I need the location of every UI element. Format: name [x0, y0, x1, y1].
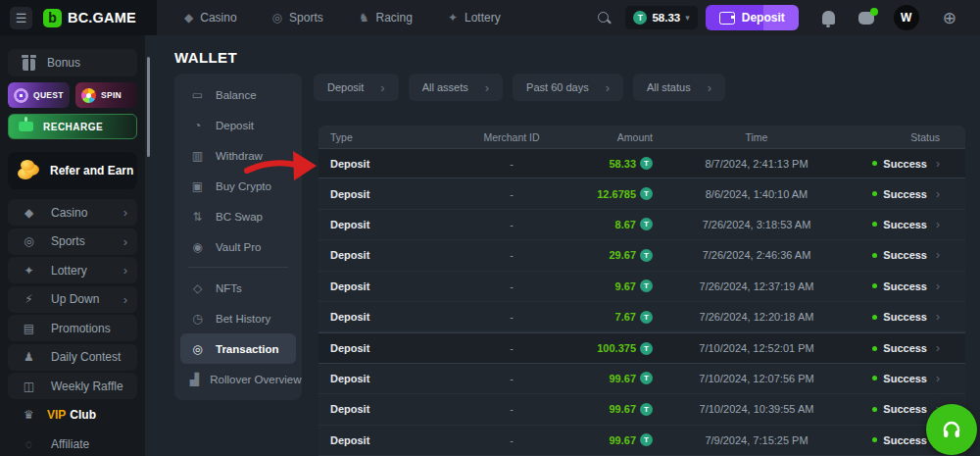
chevron-right-icon: ›: [123, 263, 127, 278]
chevron-right-icon: ›: [936, 187, 940, 201]
table-row[interactable]: Deposit - 58.33 T 8/7/2024, 2:41:13 PM S…: [318, 148, 965, 178]
scrollbar-thumb[interactable]: [147, 57, 150, 157]
chevron-right-icon: ›: [123, 234, 127, 249]
filters-bar: Deposit › All assets › Past 60 days › Al…: [314, 74, 725, 101]
bcgame-logo[interactable]: b BC.GAME: [43, 9, 136, 27]
wallet-nav-bc-swap[interactable]: ⇅ BC Swap: [180, 201, 296, 231]
treasure-chest-icon: [19, 122, 33, 131]
success-dot-icon: [872, 437, 877, 442]
table-row[interactable]: Deposit - 99.67 T 7/9/2024, 7:15:25 PM S…: [318, 426, 965, 456]
table-row[interactable]: Deposit - 12.6785 T 8/6/2024, 1:40:10 AM…: [318, 178, 965, 209]
user-avatar[interactable]: W: [894, 5, 919, 30]
sidebar-item-casino[interactable]: ◆ Casino ›: [8, 199, 137, 226]
sidebar-item-weekly-raffle[interactable]: ◫ Weekly Raffle: [8, 373, 137, 399]
quest-button[interactable]: QUEST: [8, 82, 70, 108]
wallet-nav-withdraw[interactable]: ▥ Withdraw: [180, 140, 296, 171]
support-button[interactable]: [926, 404, 977, 455]
chat-icon[interactable]: [858, 12, 874, 25]
tether-coin-icon: T: [640, 342, 653, 355]
nft-icon: ◇: [190, 281, 205, 295]
nav-item-casino[interactable]: ◆ Casino: [184, 11, 237, 25]
wallet-nav-transaction[interactable]: ◎ Transaction: [180, 333, 296, 364]
tether-coin-icon: T: [640, 218, 653, 230]
gold-coins-icon: [16, 160, 41, 181]
bolt-icon: ⚡: [22, 292, 36, 306]
filter-deposit[interactable]: Deposit ›: [314, 74, 399, 101]
table-row[interactable]: Deposit - 29.67 T 7/26/2024, 2:46:36 AM …: [318, 240, 965, 271]
table-row[interactable]: Deposit - 99.67 T 7/10/2024, 12:07:56 PM…: [318, 364, 965, 394]
balance-amount: 58.33: [652, 12, 680, 24]
bonus-button[interactable]: Bonus: [8, 49, 137, 76]
wallet-nav-vault-pro[interactable]: ◉ Vault Pro: [180, 231, 296, 262]
column-header-amount: Amount: [580, 131, 653, 143]
search-icon[interactable]: [597, 11, 612, 25]
success-dot-icon: [872, 253, 877, 258]
chevron-right-icon: ›: [380, 80, 384, 95]
table-row[interactable]: Deposit - 99.67 T 7/10/2024, 10:39:55 AM…: [318, 394, 965, 425]
table-row[interactable]: Deposit - 100.375 T 7/10/2024, 12:52:01 …: [318, 332, 965, 363]
balance-selector[interactable]: T 58.33 ▾: [625, 6, 697, 29]
sports-icon: ◎: [272, 11, 282, 25]
recharge-button[interactable]: RECHARGE: [8, 114, 137, 139]
notifications-bell-icon[interactable]: [822, 11, 835, 25]
tether-coin-icon: T: [640, 433, 653, 446]
wallet-icon: ▭: [190, 88, 205, 102]
nav-item-racing[interactable]: ♞ Racing: [359, 11, 413, 25]
filter-all-assets[interactable]: All assets ›: [409, 74, 503, 101]
sidebar-item-daily-contest[interactable]: ♟ Daily Contest: [8, 344, 137, 371]
sidebar-item-affiliate[interactable]: ◌ Affiliate: [8, 431, 137, 456]
tether-coin-icon: T: [640, 187, 653, 200]
wallet-nav-rollover-overview[interactable]: ▟ Rollover Overview: [180, 364, 296, 394]
table-row[interactable]: Deposit - 9.67 T 7/26/2024, 12:37:19 AM …: [318, 272, 965, 302]
refer-and-earn-button[interactable]: Refer and Earn: [8, 152, 137, 189]
primary-nav: ◆ Casino ◎ Sports ♞ Racing ✦ Lottery: [184, 11, 501, 25]
tether-coin-icon: T: [640, 157, 653, 170]
wallet-nav-bet-history[interactable]: ◷ Bet History: [180, 303, 296, 333]
wallet-nav-deposit[interactable]: ◔ Deposit: [180, 110, 296, 140]
withdraw-icon: ▥: [190, 149, 205, 163]
bcgame-logo-icon: b: [43, 9, 62, 27]
sports-icon: ◎: [22, 234, 36, 248]
wallet-nav-buy-crypto[interactable]: ▣ Buy Crypto: [180, 171, 296, 201]
filter-all-status[interactable]: All status ›: [633, 74, 725, 101]
language-globe-icon[interactable]: ⊕: [943, 10, 956, 26]
table-row[interactable]: Deposit - 8.67 T 7/26/2024, 3:18:53 AM S…: [318, 210, 965, 240]
success-dot-icon: [872, 407, 877, 412]
headphones-icon: [940, 418, 963, 441]
navbar-left: ☰ b BC.GAME: [0, 0, 157, 35]
sidebar-item-up-down[interactable]: ⚡ Up Down ›: [8, 286, 137, 313]
racing-icon: ♞: [359, 11, 369, 25]
column-header-status: Status: [860, 131, 954, 143]
sidebar-item-lottery[interactable]: ✦ Lottery ›: [8, 257, 137, 283]
tether-coin-icon: T: [640, 403, 653, 416]
bcgame-wallet-page: ☰ b BC.GAME ◆ Casino ◎ Sports ♞ Racing ✦…: [0, 0, 980, 456]
transaction-icon: ◎: [190, 342, 205, 356]
column-header-merchant-id: Merchant ID: [443, 131, 580, 143]
table-header: Type Merchant ID Amount Time Status: [318, 126, 965, 148]
raffle-icon: ◫: [22, 380, 36, 393]
wallet-nav-balance[interactable]: ▭ Balance: [180, 79, 296, 110]
swap-icon: ⇅: [190, 210, 205, 224]
nav-item-sports[interactable]: ◎ Sports: [272, 11, 323, 25]
table-row[interactable]: Deposit - 7.67 T 7/26/2024, 12:20:18 AM …: [318, 302, 965, 332]
chart-icon: ▟: [190, 373, 199, 386]
hamburger-menu-icon[interactable]: ☰: [10, 7, 32, 29]
wallet-nav-nfts[interactable]: ◇ NFTs: [180, 273, 296, 303]
filter-past-60-days[interactable]: Past 60 days ›: [513, 74, 623, 101]
success-dot-icon: [872, 376, 877, 380]
success-dot-icon: [872, 222, 877, 227]
casino-icon: ◆: [22, 206, 36, 220]
sidebar-item-promotions[interactable]: ▤ Promotions: [8, 315, 137, 341]
deposit-button[interactable]: Deposit: [706, 5, 799, 30]
wallet-icon: [719, 12, 735, 25]
column-header-type: Type: [330, 131, 443, 143]
tether-coin-icon: T: [640, 372, 653, 384]
gift-icon: [23, 59, 35, 71]
sidebar-item-vipclub[interactable]: ♛ VIPClub: [8, 402, 137, 429]
chevron-right-icon: ›: [936, 248, 940, 262]
lottery-icon: ✦: [22, 264, 36, 278]
success-dot-icon: [872, 346, 877, 351]
sidebar-item-sports[interactable]: ◎ Sports ›: [8, 228, 137, 255]
nav-item-lottery[interactable]: ✦ Lottery: [448, 11, 501, 25]
spin-button[interactable]: SPIN: [75, 82, 137, 108]
